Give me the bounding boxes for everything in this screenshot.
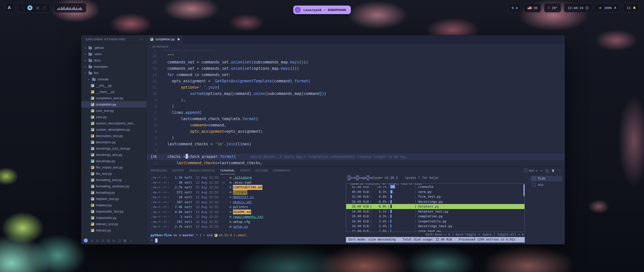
tree-file-helptext-test-py[interactable]: helptext_test.py: [81, 196, 146, 202]
tree-folder-console[interactable]: ▸console: [81, 76, 146, 82]
terminal-dua-pane[interactable]: Disk Usage Analyzer v2.29.2 (press ? for…: [344, 174, 527, 244]
code-line[interactable]: 8 ): [147, 103, 565, 110]
breadcrumb[interactable]: no elements: [147, 43, 565, 50]
tree-file-core-py[interactable]: core.py: [81, 114, 146, 120]
listed-file-name[interactable]: LICENSE: [233, 190, 247, 195]
code-line[interactable]: 11 options=' '.join(: [147, 84, 565, 91]
dua-entry-row[interactable]: 40.00 KiB|8.5%||core.py: [346, 189, 525, 194]
code-line[interactable]: 9 ),: [147, 97, 565, 103]
panel-tab-output[interactable]: OUTPUT: [172, 167, 184, 174]
audio-visualizer-widget[interactable]: [54, 3, 86, 13]
audio-widget[interactable]: 100%: [595, 3, 620, 12]
panel-tab-gitlens[interactable]: GITLENS: [255, 167, 268, 174]
listed-file-name[interactable]: mkdocs.yml: [233, 200, 252, 205]
code-line[interactable]: 14 commands_set = commands_set.union(set…: [147, 65, 565, 72]
dua-entry-row[interactable]: 12.00 KiB|2.6%||core_test.py: [346, 229, 525, 232]
code-line[interactable]: 15 commands_set = commands_set.union(set…: [147, 59, 565, 65]
workspace-icon-n[interactable]: N: [27, 5, 32, 10]
dua-scrollbar[interactable]: [524, 184, 525, 196]
dua-entry-row[interactable]: 32.00 KiB|6.8%||fire_test.py: [346, 194, 525, 199]
remote-indicator-badge[interactable]: [84, 239, 88, 243]
dua-entry-row[interactable]: 28.00 KiB|6.0%||docstrings.py: [346, 199, 525, 204]
panel-tab-problems[interactable]: PROBLEMS: [151, 167, 167, 174]
tree-file-init-py[interactable]: __init__.py: [81, 82, 146, 89]
tree-file-inspectutils-py[interactable]: inspectutils.py: [81, 215, 146, 221]
dua-entry-row[interactable]: 16.00 KiB|3.4%||inspectutils.py: [346, 219, 525, 224]
tree-file-fire-test-py[interactable]: fire_test.py: [81, 171, 146, 177]
dua-entry-row[interactable]: 16.00 KiB|3.4%||docstrings_test.py: [346, 224, 525, 229]
tree-folder-docs[interactable]: ▸docs: [81, 57, 146, 63]
target-icon[interactable]: ◎: [96, 239, 99, 243]
workspace-icon-notes[interactable]: ▢: [43, 6, 46, 10]
tree-folder-venv[interactable]: ▸.venv: [81, 51, 146, 57]
feedback-icon[interactable]: ☺: [129, 239, 132, 243]
tree-folder-fire[interactable]: ▾fire: [81, 70, 146, 76]
listed-file-name[interactable]: setup.py: [233, 224, 248, 229]
do-not-disturb-icon[interactable]: ⊘: [91, 239, 94, 243]
listed-file-name[interactable]: setup.cfg: [233, 219, 250, 224]
panel-more-icon[interactable]: ⋯: [557, 169, 561, 173]
shell-input-line[interactable]: ›: [151, 238, 344, 243]
notifications-widget[interactable]: 11: [623, 3, 639, 12]
tree-file-fire-import-test-py[interactable]: fire_import_test.py: [81, 164, 146, 171]
terminal-fish-pane[interactable]: .rw-r--r--1.2kmatt12 Aug 12:32--◆.gitign…: [147, 174, 344, 244]
tree-file-interact-py[interactable]: interact.py: [81, 227, 146, 233]
gear-icon[interactable]: ⚙: [101, 239, 104, 243]
tree-file-docstrings-fuzz-test-py[interactable]: docstrings_fuzz_test.py: [81, 145, 146, 152]
tree-file-completion-test-py[interactable]: completion_test.py: [81, 95, 146, 101]
split-editor-icon[interactable]: ◫: [118, 239, 121, 243]
tree-file-completion-py[interactable]: completion.py: [81, 101, 146, 108]
tree-file-main-py[interactable]: __main__.py: [81, 89, 146, 95]
code-line[interactable]: 13 for command in commands_set:: [147, 72, 565, 78]
panel-tab-comments[interactable]: COMMENTS: [273, 167, 290, 174]
tree-file-formatting-py[interactable]: formatting.py: [81, 189, 146, 196]
terminal-profile-selector[interactable]: › fish ∨: [524, 169, 538, 173]
code-line[interactable]: 17commands_set.add(name): [147, 50, 565, 53]
tab-completion-py[interactable]: completion.py: [147, 35, 183, 43]
new-terminal-button[interactable]: +: [541, 169, 543, 173]
code-line[interactable]: 12 opts_assignment = _GetOptsAssignmentT…: [147, 78, 565, 84]
media-player-widget[interactable]: ♪ Lazerpunk - ROBOPHONK: [293, 6, 351, 14]
panel-tab-ports[interactable]: PORTS: [240, 167, 250, 174]
code-line[interactable]: 4 opts_assignment=opts_assignment): [147, 128, 565, 135]
code-line[interactable]: 16 """: [147, 53, 565, 59]
notebook-icon[interactable]: ▤: [107, 239, 110, 243]
listed-file-name[interactable]: CONTRIBUTING.md: [233, 185, 262, 190]
code-line[interactable]: 2 lastcommand_checks = '\n'.join(lines): [147, 141, 565, 147]
tree-file-docstrings-py[interactable]: docstrings.py: [81, 158, 146, 164]
panel-tab-debug-console[interactable]: DEBUG CONSOLE: [189, 167, 215, 174]
panel-tab-terminal[interactable]: TERMINAL: [220, 167, 235, 174]
code-line[interactable]: 5 command=command,: [147, 122, 565, 128]
workspace-icon-circle[interactable]: ◌: [22, 6, 24, 10]
code-line[interactable]: 7 lines.append(: [147, 110, 565, 116]
updates-widget[interactable]: 9 ⚙: [508, 3, 521, 12]
terminal-list-item-fish[interactable]: › fish: [530, 176, 562, 181]
keyboard-layout-widget[interactable]: US: [524, 3, 541, 12]
code-line[interactable]: 1: [147, 147, 565, 154]
explorer-more-icon[interactable]: ⋯: [140, 37, 144, 41]
code-line[interactable]: 10 sorted(options_map[command].union(sub…: [147, 91, 565, 97]
split-terminal-button[interactable]: ◫: [546, 169, 549, 173]
tree-file-decorators-test-py[interactable]: decorators_test.py: [81, 133, 146, 139]
tree-file-custom-descriptions-py[interactable]: custom_descriptions.py: [81, 126, 146, 133]
tree-file-core-test-py[interactable]: core_test.py: [81, 108, 146, 114]
grid-icon[interactable]: ▦: [123, 239, 126, 243]
clock-widget[interactable]: 12:40:24: [564, 3, 592, 12]
tree-file-custom-descriptions-test[interactable]: custom_descriptions_test...: [81, 120, 146, 126]
dua-entry-row[interactable]: 20.00 KiB|4.3%||completion.py: [346, 214, 525, 219]
weather-widget[interactable]: ☽ 29°: [544, 3, 561, 12]
code-line[interactable]: 3 ): [147, 135, 565, 141]
sync-icon[interactable]: ⇆: [112, 239, 115, 243]
code-editor[interactable]: 17commands_set.add(name)16 """15 command…: [147, 50, 565, 166]
terminal-list-item-dua[interactable]: › dua: [530, 182, 562, 188]
tree-file-formatting-test-py[interactable]: formatting_test.py: [81, 177, 146, 183]
listed-file-name[interactable]: README.md: [233, 210, 251, 215]
code-line[interactable]: 1 lastcommand_checks=lastcommand_checks,: [147, 160, 565, 166]
dua-entry-row[interactable]: 28.00 KiB|6.0%||helptext.py: [346, 204, 525, 209]
tree-file-formatting-windows-py[interactable]: formatting_windows.py: [81, 183, 146, 189]
listed-file-name[interactable]: MANIFEST.in: [233, 195, 254, 200]
tree-file-interact-test-py[interactable]: interact_test.py: [81, 221, 146, 227]
kill-terminal-button[interactable]: [552, 169, 554, 172]
listed-file-name[interactable]: requirements.txt: [233, 214, 263, 219]
code-line[interactable]: 176 checks =check_wrapper.format(David B…: [147, 154, 565, 160]
